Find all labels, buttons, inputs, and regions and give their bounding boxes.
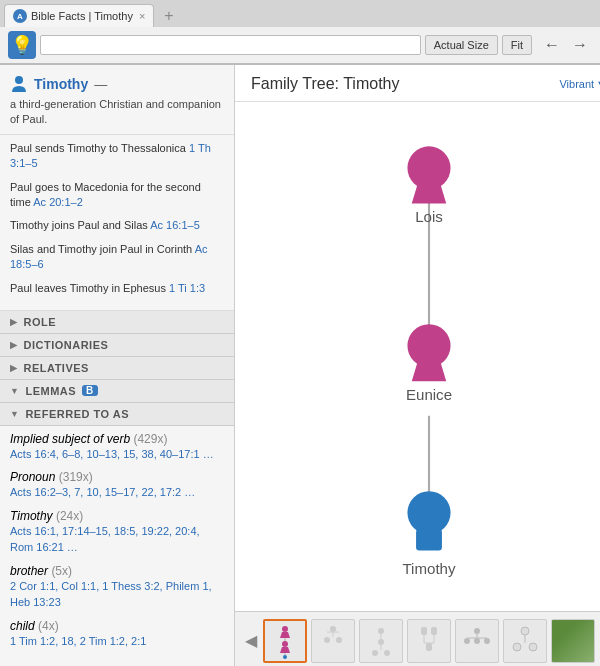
list-item: Silas and Timothy join Paul in Corinth A… — [10, 242, 224, 273]
relatives-arrow: ▶ — [10, 363, 18, 373]
svg-rect-11 — [416, 529, 442, 551]
referred-links[interactable]: Acts 16:2–3, 7, 10, 15–17, 22, 17:2 … — [10, 484, 224, 501]
svg-point-23 — [336, 637, 342, 643]
chevron-down-icon: ▼ — [596, 78, 600, 90]
referred-items: Implied subject of verb (429x) Acts 16:4… — [0, 426, 234, 664]
thumbnail-3[interactable] — [359, 619, 403, 663]
list-item: Paul goes to Macedonia for the second ti… — [10, 180, 224, 211]
tab-bar: A Bible Facts | Timothy × + — [0, 0, 600, 27]
thumbnail-svg-2 — [315, 623, 351, 659]
right-panel: Family Tree: Timothy Vibrant ▼ Lois — [235, 65, 600, 666]
svg-point-27 — [378, 639, 384, 645]
dictionaries-section-header[interactable]: ▶ DICTIONARIES — [0, 334, 234, 357]
thumbnail-6[interactable] — [503, 619, 547, 663]
list-item: Timothy (24x) Acts 16:1, 17:14–15, 18:5,… — [10, 509, 224, 556]
app-logo: 💡 — [8, 31, 36, 59]
browser-chrome: A Bible Facts | Timothy × + 💡 Timothy Ac… — [0, 0, 600, 65]
thumbnail-bar: ◀ — [235, 611, 600, 666]
svg-rect-32 — [431, 627, 437, 635]
lemmas-arrow: ▼ — [10, 386, 19, 396]
actual-size-button[interactable]: Actual Size — [425, 35, 498, 55]
thumbnail-svg-4 — [411, 623, 447, 659]
lamp-icon: 💡 — [11, 34, 33, 56]
svg-text:Timothy: Timothy — [402, 560, 456, 577]
person-name-row: Timothy — — [10, 75, 224, 93]
thumbnail-2[interactable] — [311, 619, 355, 663]
dictionaries-arrow: ▶ — [10, 340, 18, 350]
list-item: Pronoun (319x) Acts 16:2–3, 7, 10, 15–17… — [10, 470, 224, 501]
active-tab[interactable]: A Bible Facts | Timothy × — [4, 4, 154, 27]
svg-point-37 — [474, 628, 480, 634]
relatives-section-header[interactable]: ▶ RELATIVES — [0, 357, 234, 380]
svg-point-25 — [378, 628, 384, 634]
referred-links[interactable]: Acts 16:1, 17:14–15, 18:5, 19:22, 20:4, … — [10, 523, 224, 556]
ref-text: Timothy joins Paul and Silas — [10, 219, 150, 231]
dictionaries-label: DICTIONARIES — [24, 339, 109, 351]
svg-text:Lois: Lois — [415, 208, 443, 225]
svg-point-42 — [484, 638, 490, 644]
svg-point-43 — [521, 627, 529, 635]
referred-links[interactable]: 1 Tim 1:2, 18, 2 Tim 1:2, 2:1 — [10, 633, 224, 650]
family-tree-svg: Lois Eunice Timothy — [235, 102, 600, 611]
ref-text: Silas and Timothy join Paul in Corinth — [10, 243, 195, 255]
thumb-nav-left[interactable]: ◀ — [243, 631, 259, 650]
referred-links[interactable]: 2 Cor 1:1, Col 1:1, 1 Thess 3:2, Philem … — [10, 578, 224, 611]
style-dropdown[interactable]: Vibrant ▼ — [559, 78, 600, 90]
thumbnail-active[interactable] — [263, 619, 307, 663]
photo-thumbnail[interactable] — [551, 619, 595, 663]
svg-marker-14 — [280, 632, 290, 638]
person-name: Timothy — [34, 76, 88, 92]
tab-label: Bible Facts | Timothy — [31, 10, 133, 22]
ref-link[interactable]: Ac 16:1–5 — [150, 219, 200, 231]
person-dash: — — [94, 77, 107, 92]
referred-title: Timothy (24x) — [10, 509, 224, 523]
thumbnail-5[interactable] — [455, 619, 499, 663]
toolbar: 💡 Timothy Actual Size Fit ← → — [0, 27, 600, 64]
lemmas-section-header[interactable]: ▼ LEMMAS B — [0, 380, 234, 403]
style-label: Vibrant — [559, 78, 594, 90]
person-description: a third-generation Christian and compani… — [10, 97, 224, 128]
reference-list: Paul sends Timothy to Thessalonica 1 Th … — [0, 135, 234, 311]
svg-point-29 — [372, 650, 378, 656]
referred-links[interactable]: Acts 16:4, 6–8, 10–13, 15, 38, 40–17:1 … — [10, 446, 224, 463]
thumbnail-svg-3 — [363, 623, 399, 659]
svg-point-30 — [384, 650, 390, 656]
svg-point-41 — [474, 638, 480, 644]
new-tab-button[interactable]: + — [158, 5, 179, 27]
svg-text:Eunice: Eunice — [406, 386, 452, 403]
family-tree-title: Family Tree: Timothy — [251, 75, 399, 93]
fit-button[interactable]: Fit — [502, 35, 532, 55]
svg-rect-36 — [426, 643, 432, 651]
svg-marker-17 — [280, 647, 290, 653]
search-bar[interactable]: Timothy — [40, 35, 421, 55]
role-section-header[interactable]: ▶ ROLE — [0, 311, 234, 334]
list-item: Paul leaves Timothy in Ephesus 1 Ti 1:3 — [10, 281, 224, 296]
referred-arrow: ▼ — [10, 409, 19, 419]
ref-text: Paul sends Timothy to Thessalonica — [10, 142, 189, 154]
main-container: Timothy — a third-generation Christian a… — [0, 65, 600, 666]
svg-point-0 — [15, 76, 23, 84]
referred-title: child (4x) — [10, 619, 224, 633]
svg-point-20 — [330, 626, 336, 632]
role-arrow: ▶ — [10, 317, 18, 327]
list-item: Timothy joins Paul and Silas Ac 16:1–5 — [10, 218, 224, 233]
lois-node[interactable]: Lois — [407, 146, 450, 224]
thumbnail-4[interactable] — [407, 619, 451, 663]
eunice-node[interactable]: Eunice — [406, 324, 452, 402]
ref-link[interactable]: Ac 20:1–2 — [33, 196, 83, 208]
role-label: ROLE — [24, 316, 57, 328]
search-input[interactable]: Timothy — [47, 38, 414, 52]
tab-favicon: A — [13, 9, 27, 23]
lemmas-badge: B — [82, 385, 98, 396]
svg-point-40 — [464, 638, 470, 644]
right-header: Family Tree: Timothy Vibrant ▼ — [235, 65, 600, 102]
tab-close-button[interactable]: × — [139, 10, 145, 22]
timothy-node[interactable]: Timothy — [402, 491, 456, 577]
forward-arrow[interactable]: → — [568, 36, 592, 54]
referred-section-header[interactable]: ▼ REFERRED TO AS — [0, 403, 234, 426]
thumbnail-svg — [267, 623, 303, 659]
ref-link[interactable]: 1 Ti 1:3 — [169, 282, 205, 294]
tree-area: Lois Eunice Timothy — [235, 102, 600, 611]
back-arrow[interactable]: ← — [540, 36, 564, 54]
svg-point-19 — [283, 655, 287, 659]
